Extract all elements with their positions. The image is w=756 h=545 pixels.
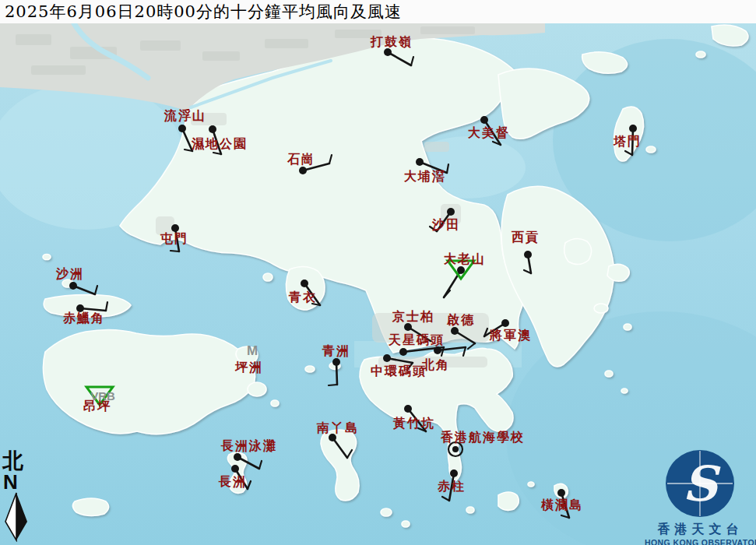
station-dot [480, 116, 488, 124]
station-dot [384, 48, 392, 56]
station-dot [557, 489, 565, 497]
station-dot [404, 323, 412, 331]
station-marker-missing: M [247, 343, 258, 358]
hko-logo: S 香港天文台 HONG KONG OBSERVATORY [645, 448, 756, 545]
station-dot [383, 354, 391, 362]
title-bar: 2025年6月06日20時00分的十分鐘平均風向及風速 [0, 0, 756, 23]
missing-data-symbol: M [247, 343, 258, 358]
station-dot [451, 327, 459, 335]
station-dot [69, 282, 77, 290]
airport-island [44, 295, 131, 318]
station-dot [299, 167, 307, 174]
wind-map-screen: MVRB 2025年6月06日20時00分的十分鐘平均風向及風速 打鼓嶺流浮山濕… [0, 0, 756, 545]
wind-barb-shaft [632, 128, 633, 155]
station-dot [76, 304, 84, 312]
station-dot [209, 125, 216, 133]
compass-north-zh: 北 [2, 450, 33, 472]
wind-barb-tick [171, 251, 179, 251]
station-dot [329, 434, 336, 441]
station-dot [434, 346, 441, 354]
station-dot [332, 358, 340, 366]
map-title: 2025年6月06日20時00分的十分鐘平均風向及風速 [5, 1, 402, 23]
station-dot [416, 158, 424, 166]
station-marker-vrb: VRB [86, 387, 115, 405]
station-dot [178, 125, 186, 132]
station-dot [629, 125, 637, 132]
station-dot [450, 469, 458, 477]
compass: 北 N [2, 450, 33, 542]
station-dot [231, 465, 239, 473]
station-dot [234, 453, 241, 461]
station-dot [524, 251, 532, 258]
hko-logo-icon: S [645, 448, 756, 519]
hko-logo-name-zh: 香港天文台 [645, 522, 756, 538]
compass-north-en: N [3, 472, 33, 492]
svg-text:S: S [683, 455, 722, 512]
hko-logo-name-en: HONG KONG OBSERVATORY [645, 538, 756, 545]
station-dot [171, 224, 179, 232]
variable-wind-text: VRB [90, 389, 115, 403]
station-dot [457, 266, 465, 274]
station-dot [399, 348, 407, 356]
station-dot [452, 446, 459, 452]
north-arrow-icon [4, 492, 29, 542]
station-dot [404, 405, 412, 413]
station-dot [447, 208, 455, 216]
wind-barb-tick [329, 385, 337, 385]
station-dot [501, 319, 509, 327]
hong-kong-map: MVRB [0, 0, 756, 545]
station-dot [301, 280, 308, 287]
